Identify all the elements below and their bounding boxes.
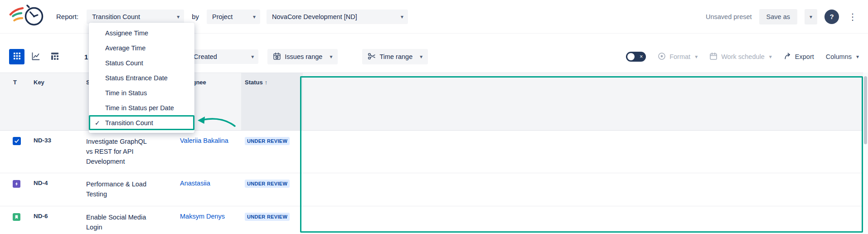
check-icon: ✓ <box>95 119 100 127</box>
scissors-icon <box>368 52 376 62</box>
transition-count-cell <box>776 131 820 173</box>
header-transition-column[interactable] <box>604 73 647 130</box>
header-transition-column[interactable] <box>518 73 561 130</box>
chevron-down-icon: ▾ <box>251 54 254 60</box>
line-chart-icon <box>32 52 40 62</box>
row-leading-cell <box>11 131 28 173</box>
transition-count-cell <box>432 173 475 206</box>
work-schedule-button[interactable]: Work schedule ▾ <box>709 52 772 62</box>
pivot-view-button[interactable] <box>47 49 63 64</box>
transition-count-cell <box>475 173 518 206</box>
report-menu-item[interactable]: ✓ Time in Status per Date <box>89 100 194 115</box>
toggle-switch[interactable]: × <box>626 52 646 62</box>
header-status-column[interactable]: Status↑ <box>241 73 303 130</box>
time-range-button[interactable]: Time range ▾ <box>362 49 428 64</box>
save-as-button[interactable]: Save as <box>759 9 797 24</box>
created-filter-value: Created <box>194 53 217 60</box>
issue-assignee-link[interactable]: Maksym Denys <box>179 206 241 234</box>
header-key-column[interactable]: Key <box>28 73 86 130</box>
save-as-split-chevron-button[interactable]: ▾ <box>805 9 817 24</box>
issues-range-button[interactable]: Issues range ▾ <box>267 49 338 64</box>
report-type-menu: ✓ Assignee Time ✓ Average Time ✓ Status … <box>89 23 194 133</box>
issue-status-cell: UNDER REVIEW <box>241 206 303 234</box>
report-menu-item[interactable]: ✓ Transition Count <box>89 115 194 130</box>
status-badge: UNDER REVIEW <box>245 137 290 145</box>
issue-assignee-link[interactable]: Anastasiia <box>179 173 241 206</box>
transition-count-cell <box>561 206 604 234</box>
question-mark-icon: ? <box>829 13 834 20</box>
transition-count-cell <box>518 206 561 234</box>
chevron-down-icon: ▾ <box>330 54 332 60</box>
header-transition-column[interactable] <box>389 73 432 130</box>
header-transition-column[interactable] <box>346 73 389 130</box>
project-select[interactable]: NovaCore Development [ND] ▾ <box>267 10 408 24</box>
transition-count-cell <box>820 131 863 173</box>
header-transition-column[interactable] <box>475 73 518 130</box>
toolbar-right-actions: × Format ▾ Work schedule ▾ E <box>626 52 859 62</box>
issue-row: ND-33 Investigate GraphQL vs REST for AP… <box>0 131 868 173</box>
transition-count-cell <box>303 173 346 206</box>
issue-count: 1 <box>84 53 88 61</box>
report-menu-item-label: Average Time <box>105 44 145 52</box>
format-button[interactable]: Format ▾ <box>658 52 698 62</box>
row-leading-cell <box>11 173 28 206</box>
chevron-down-icon: ▾ <box>253 14 256 20</box>
report-menu-item[interactable]: ✓ Time in Status <box>89 85 194 100</box>
issue-status-cell: UNDER REVIEW <box>241 131 303 173</box>
preset-status: Unsaved preset <box>706 13 752 20</box>
help-button[interactable]: ? <box>824 10 839 24</box>
issue-summary: Investigate GraphQL vs REST for API Deve… <box>86 131 179 173</box>
header-transition-column[interactable] <box>690 73 733 130</box>
transition-count-cell <box>820 173 863 206</box>
created-filter-select[interactable]: Created ▾ <box>188 49 258 64</box>
header-transition-column[interactable] <box>733 73 776 130</box>
table-view-button[interactable] <box>9 49 24 64</box>
transition-count-cell <box>733 206 776 234</box>
report-menu-item[interactable]: ✓ Status Count <box>89 55 194 70</box>
columns-label: Columns <box>826 53 852 60</box>
scrollbar-thumb[interactable] <box>864 76 867 144</box>
export-button[interactable]: Export <box>784 52 814 61</box>
transition-count-cell <box>475 131 518 173</box>
export-label: Export <box>795 53 814 60</box>
issue-row: ND-6 Enable Social Media Login Maksym De… <box>0 206 868 234</box>
transition-count-cell <box>389 131 432 173</box>
header-transition-column[interactable] <box>432 73 475 130</box>
issue-row: ND-4 Performance & Load Testing Anastasi… <box>0 173 868 206</box>
report-menu-item[interactable]: ✓ Average Time <box>89 40 194 55</box>
calendar-clock-icon <box>273 52 281 62</box>
report-menu-item[interactable]: ✓ Assignee Time <box>89 25 194 40</box>
header-transition-column[interactable] <box>647 73 690 130</box>
header-transition-column[interactable] <box>820 73 863 130</box>
columns-button[interactable]: Columns ▾ <box>826 53 859 60</box>
transition-count-cell <box>647 173 690 206</box>
more-options-button[interactable]: ⋮ <box>846 11 859 22</box>
status-badge: UNDER REVIEW <box>245 213 290 221</box>
time-range-label: Time range <box>379 53 412 60</box>
report-type-select[interactable]: Transition Count ▾ <box>87 10 184 24</box>
chevron-down-icon: ▾ <box>810 14 812 20</box>
issues-range-label: Issues range <box>285 53 322 60</box>
transition-count-cell <box>346 131 389 173</box>
header-transition-column[interactable] <box>303 73 346 130</box>
report-menu-item[interactable]: ✓ Status Entrance Date <box>89 70 194 85</box>
project-value: NovaCore Development [ND] <box>272 13 357 20</box>
chevron-down-icon: ▾ <box>769 54 772 60</box>
issue-key[interactable]: ND-33 <box>28 131 86 173</box>
toggle-knob <box>627 53 635 60</box>
row-checkbox-checked[interactable] <box>13 137 21 145</box>
vertical-dots-icon: ⋮ <box>848 12 857 22</box>
calendar-icon <box>709 52 718 62</box>
pivot-table-icon <box>51 52 59 62</box>
group-by-select[interactable]: Project ▾ <box>207 10 260 24</box>
issue-assignee-link[interactable]: Valeriia Bakalina <box>179 131 241 173</box>
row-leading-cell <box>11 206 28 234</box>
vertical-scrollbar[interactable] <box>863 73 868 234</box>
chart-view-button[interactable] <box>28 49 44 64</box>
work-schedule-label: Work schedule <box>721 53 765 60</box>
header-transition-column[interactable] <box>561 73 604 130</box>
transition-count-cell <box>733 131 776 173</box>
header-transition-column[interactable] <box>776 73 820 130</box>
issue-key[interactable]: ND-6 <box>28 206 86 234</box>
issue-key[interactable]: ND-4 <box>28 173 86 206</box>
